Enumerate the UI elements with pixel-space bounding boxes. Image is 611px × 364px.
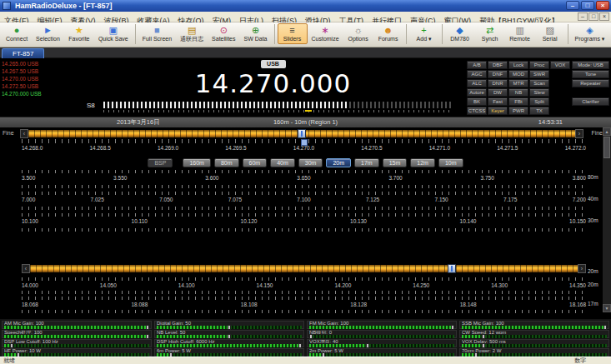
- tab-ft857[interactable]: FT-857: [2, 48, 44, 58]
- coarse-tuning-slider[interactable]: ‹ › 20m: [22, 263, 586, 274]
- rig-button-mode-usb[interactable]: Mode: USB: [572, 61, 609, 69]
- rig-button-lock[interactable]: Lock: [508, 61, 528, 69]
- minimize-button[interactable]: –: [566, 1, 579, 10]
- maximize-button[interactable]: □: [581, 1, 594, 10]
- slider-track[interactable]: [157, 326, 302, 329]
- rig-button-scan[interactable]: Scan: [529, 79, 549, 87]
- fine-slider-right-arrow-icon[interactable]: ›: [575, 129, 583, 138]
- rig-button-agc[interactable]: AGC: [467, 70, 487, 78]
- toolbar-button-add-plus[interactable]: +Add ▾: [409, 23, 439, 44]
- rig-button-dbf[interactable]: DBF: [488, 61, 508, 69]
- toolbar-button-selection[interactable]: ►Selection: [32, 23, 64, 44]
- rig-button-split[interactable]: Split: [529, 97, 549, 106]
- rig-button-slew[interactable]: Slew: [529, 88, 549, 97]
- toolbar-button-globe[interactable]: ⊕SW Data: [239, 23, 271, 44]
- band-button-10m[interactable]: 10m: [438, 158, 463, 167]
- band-button-12m[interactable]: 12m: [410, 158, 435, 167]
- rig-button-clarifier[interactable]: Clarifier: [572, 97, 609, 106]
- fine-slider-left-arrow-icon[interactable]: ‹: [20, 129, 28, 138]
- toolbar-button-dm780[interactable]: ◆DM780: [445, 23, 475, 44]
- fine-slider-track[interactable]: [28, 130, 575, 137]
- toolbar-button-satellite[interactable]: ⊙Satellites: [208, 23, 239, 44]
- toolbar-button-quick-save[interactable]: ▣Quick Save: [94, 23, 133, 44]
- rig-button-dnf[interactable]: DNF: [488, 70, 508, 78]
- rig-button-swr[interactable]: SWR: [529, 70, 549, 78]
- fine-slider-thumb[interactable]: [298, 129, 306, 138]
- quick-list-item[interactable]: 14.267.50 USB: [2, 67, 85, 75]
- rig-button-vox[interactable]: VOX: [550, 61, 570, 69]
- band-button-17m[interactable]: 17m: [354, 158, 379, 167]
- scroll-up-icon[interactable]: ▲: [603, 127, 611, 136]
- quick-list-item[interactable]: 14.270.00 USB: [2, 75, 85, 82]
- band-ruler-40m[interactable]: 7.0007.0257.0507.0757.1007.1257.1507.175…: [22, 191, 586, 211]
- rig-button-keyer[interactable]: Keyer: [488, 107, 508, 115]
- rig-button-dnr[interactable]: DNR: [488, 79, 508, 87]
- toolbar-button-forums[interactable]: ☻Forums: [373, 23, 403, 44]
- toolbar-button-logbook[interactable]: ▤通联日志: [176, 23, 208, 44]
- toolbar-button-options-gear[interactable]: ☼Options: [343, 23, 373, 44]
- coarse-slider-left-arrow-icon[interactable]: ‹: [22, 264, 30, 273]
- band-ruler-30m[interactable]: 10.10010.11010.12010.13010.14010.150 30m: [22, 212, 586, 232]
- toolbar-button-synch[interactable]: ⇄Synch: [475, 23, 505, 44]
- band-scrollbar[interactable]: ▲ ▼: [603, 127, 611, 312]
- rig-button-fbt[interactable]: FBt: [508, 97, 528, 106]
- toolbar-button-programs[interactable]: ◈Programs ▾: [571, 23, 609, 44]
- band-button-30m[interactable]: 30m: [298, 158, 323, 167]
- band-button-80m[interactable]: 80m: [214, 158, 239, 167]
- slider-track[interactable]: [157, 344, 302, 347]
- slider-track[interactable]: [309, 335, 454, 338]
- coarse-slider-right-arrow-icon[interactable]: ›: [578, 264, 586, 273]
- toolbar-button-serial[interactable]: ▨Serial: [535, 23, 565, 44]
- coarse-slider-thumb[interactable]: [448, 264, 456, 273]
- fine-tuning-slider[interactable]: ‹ ›: [20, 128, 583, 139]
- slider-track[interactable]: [157, 335, 302, 338]
- rig-button-autore[interactable]: Autore: [467, 88, 487, 97]
- rig-button-repeater[interactable]: Repeater: [572, 79, 609, 87]
- band-button-40m[interactable]: 40m: [270, 158, 295, 167]
- rig-button-a-b[interactable]: A/B: [467, 61, 487, 69]
- band-ruler-17m[interactable]: 18.06818.08818.10818.12818.14818.168 17m: [22, 296, 586, 314]
- mdi-minimize-button[interactable]: –: [578, 12, 588, 21]
- close-button[interactable]: ×: [596, 1, 609, 10]
- quick-list-item[interactable]: 14.272.50 USB: [2, 82, 85, 90]
- toolbar-button-connect[interactable]: ●Connect: [2, 23, 32, 44]
- scroll-down-icon[interactable]: ▼: [603, 304, 611, 312]
- mdi-close-button[interactable]: ×: [599, 12, 609, 21]
- mdi-restore-button[interactable]: □: [588, 12, 598, 21]
- band-button-20m[interactable]: 20m: [326, 158, 351, 167]
- mode-badge[interactable]: USB: [261, 60, 286, 68]
- rig-button-dw[interactable]: DW: [488, 88, 508, 97]
- slider-track[interactable]: [309, 326, 454, 329]
- rig-button-nb[interactable]: NB: [508, 88, 528, 97]
- slider-track[interactable]: [4, 335, 149, 338]
- quick-list-item[interactable]: 14.265.00 USB: [2, 60, 85, 67]
- rig-button-tx[interactable]: TX: [529, 107, 549, 115]
- band-button-bsp[interactable]: BSP: [148, 158, 173, 167]
- frequency-display[interactable]: 14.270.000: [83, 68, 463, 98]
- scrollbar-thumb[interactable]: [603, 137, 610, 158]
- slider-track[interactable]: [309, 344, 454, 347]
- band-button-15m[interactable]: 15m: [383, 158, 408, 167]
- quick-list-item[interactable]: 14.270.000 USB: [2, 90, 85, 97]
- slider-track[interactable]: [4, 344, 149, 347]
- frequency-marker[interactable]: [301, 139, 308, 146]
- band-button-60m[interactable]: 60m: [243, 158, 268, 167]
- coarse-slider-track[interactable]: [30, 265, 578, 272]
- toolbar-button-favorite-star[interactable]: ★Favorite: [64, 23, 94, 44]
- rig-button-alc[interactable]: ALC: [467, 79, 487, 87]
- slider-track[interactable]: [462, 335, 607, 338]
- rig-button-ctcss[interactable]: CTCSS: [467, 107, 487, 115]
- band-ruler-20m[interactable]: 14.00014.05014.10014.15014.20014.25014.3…: [22, 277, 586, 295]
- toolbar-button-full-screen[interactable]: ■Full Screen: [138, 23, 176, 44]
- toolbar-button-customize[interactable]: ∗Customize: [308, 23, 343, 44]
- rig-button-mtr[interactable]: MTR: [508, 79, 528, 87]
- slider-track[interactable]: [4, 326, 149, 329]
- rig-button-mod[interactable]: MOD: [508, 70, 528, 78]
- band-button-160m[interactable]: 160m: [183, 158, 211, 167]
- rig-button-tone[interactable]: Tone: [572, 70, 609, 78]
- rig-button-proc[interactable]: Proc: [529, 61, 549, 69]
- rig-button-fast[interactable]: Fast: [488, 97, 508, 106]
- toolbar-button-sliders[interactable]: ≡Sliders: [278, 23, 308, 44]
- rig-button-pwr[interactable]: PWR: [508, 107, 528, 115]
- slider-track[interactable]: [462, 344, 607, 347]
